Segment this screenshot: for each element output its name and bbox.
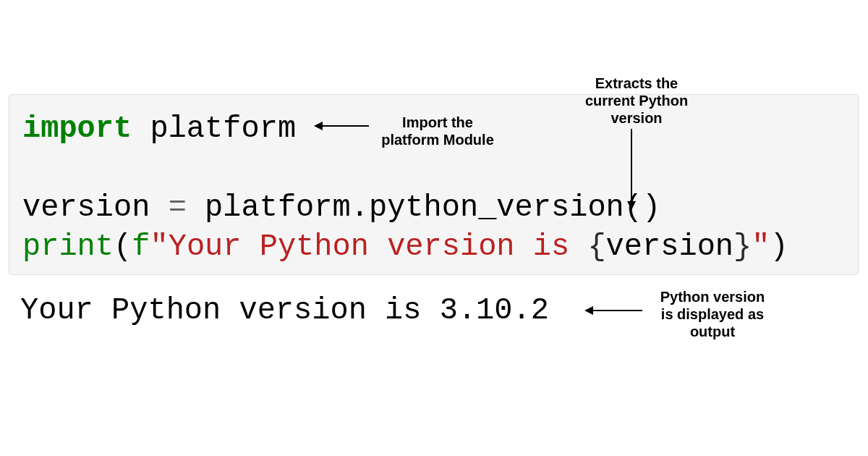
annotation-text: output xyxy=(644,323,781,340)
keyword-import: import xyxy=(22,111,132,146)
annotation-import: Import the platform Module xyxy=(369,114,506,148)
string-content: Your Python version is xyxy=(169,229,588,264)
fstring-prefix: f xyxy=(132,229,150,264)
annotation-text: current Python xyxy=(571,92,702,109)
quote-close: " xyxy=(752,229,770,264)
quote-open: " xyxy=(150,229,168,264)
annotation-output: Python version is displayed as output xyxy=(644,288,781,340)
annotation-text: Extracts the xyxy=(571,75,702,92)
module-name: platform xyxy=(150,111,296,146)
output-text: Your Python version is 3.10.2 xyxy=(20,293,549,328)
annotation-extract: Extracts the current Python version xyxy=(571,75,702,127)
variable-name: version xyxy=(22,190,150,225)
equals-operator: = xyxy=(169,190,187,225)
annotation-text: platform Module xyxy=(369,131,506,148)
arrow-left-icon xyxy=(584,310,642,311)
annotation-text: Python version xyxy=(644,288,781,305)
brace-open: { xyxy=(587,229,605,264)
code-blank-line xyxy=(22,149,845,188)
arrow-down-icon xyxy=(631,129,632,208)
function-call: platform.python_version xyxy=(205,190,624,225)
annotation-text: is displayed as xyxy=(644,305,781,323)
brace-close: } xyxy=(733,229,752,264)
arrow-left-icon xyxy=(314,125,372,127)
annotation-text: version xyxy=(571,109,702,127)
interpolation-var: version xyxy=(606,229,733,264)
annotation-text: Import the xyxy=(369,114,506,131)
code-line-2: version = platform.python_version() xyxy=(22,188,845,228)
open-paren: ( xyxy=(114,229,132,264)
code-line-3: print(f"Your Python version is {version}… xyxy=(22,227,845,267)
print-keyword: print xyxy=(22,229,114,264)
close-paren: ) xyxy=(770,229,788,264)
